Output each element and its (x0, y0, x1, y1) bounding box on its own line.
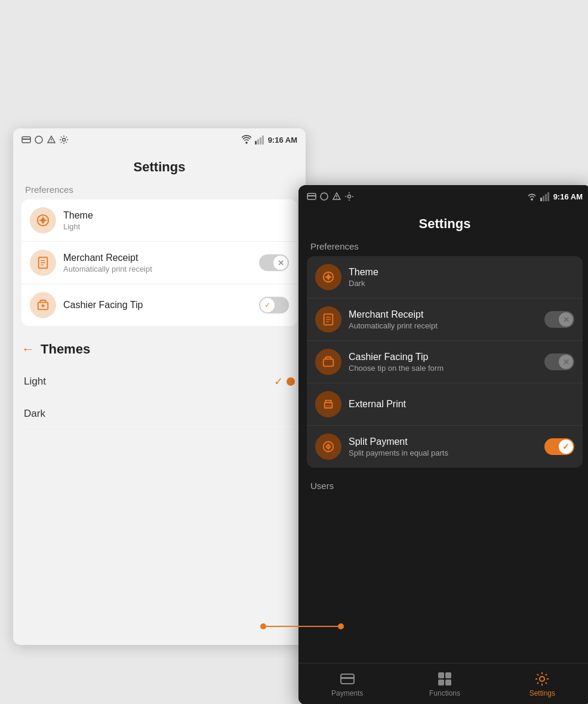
svg-rect-24 (540, 198, 542, 201)
svg-point-20 (321, 193, 328, 200)
merchant-receipt-title-light: Merchant Receipt (63, 253, 252, 263)
theme-subtitle-light: Light (63, 222, 289, 231)
connector-line (266, 626, 338, 627)
cashier-knob: ✓ (260, 298, 275, 312)
theme-option-light[interactable]: Light ✓ (21, 365, 297, 398)
theme-option-dark-label: Dark (24, 408, 45, 420)
split-icon-circle-dark (315, 434, 341, 460)
merchant-receipt-toggle-dark[interactable]: ✕ (544, 311, 574, 328)
merchant-receipt-subtitle-dark: Automatically print receipt (349, 321, 537, 330)
warning-icon-dark (332, 192, 341, 201)
toggle-knob: ✕ (273, 256, 288, 270)
svg-point-5 (63, 139, 66, 142)
svg-rect-43 (445, 680, 451, 685)
nav-payments[interactable]: Payments (298, 663, 396, 704)
card-icon-dark (307, 192, 316, 201)
svg-rect-39 (341, 677, 354, 679)
svg-rect-1 (22, 139, 30, 140)
cashier-tip-toggle-dark[interactable]: ✕ (544, 353, 574, 370)
settings-icon-dark (344, 192, 354, 201)
status-bar-light: 9:16 AM (13, 128, 306, 151)
themes-title: Themes (41, 342, 90, 357)
svg-rect-35 (325, 405, 331, 408)
toggle-x-icon-dark: ✕ (563, 315, 569, 324)
tip-icon-circle-light (30, 292, 56, 318)
theme-title-light: Theme (63, 210, 289, 221)
theme-icon-circle (30, 207, 56, 233)
cashier-tip-subtitle-dark: Choose tip on the sale form (349, 364, 537, 373)
nav-functions-label: Functions (429, 689, 460, 697)
cashier-tip-row-light[interactable]: Cashier Facing Tip ✓ (21, 284, 297, 326)
nav-settings[interactable]: Settings (494, 663, 588, 704)
circle-icon-dark (319, 192, 329, 201)
theme-option-dark[interactable]: Dark (21, 398, 297, 430)
svg-rect-41 (445, 672, 451, 678)
status-bar-dark: 9:16 AM (298, 185, 588, 208)
status-time-dark: 9:16 AM (553, 192, 583, 201)
split-payment-subtitle-dark: Split payments in equal parts (349, 448, 537, 457)
theme-icon-circle-dark (315, 264, 341, 290)
external-print-row-dark[interactable]: External Print (307, 383, 583, 425)
settings-icon (59, 135, 69, 145)
themes-section: ← Themes Light ✓ Dark (13, 336, 306, 436)
svg-point-44 (540, 677, 544, 681)
signal-icon (255, 135, 264, 145)
status-right: 9:16 AM (242, 135, 297, 145)
cashier-tip-text-dark: Cashier Facing Tip Choose tip on the sal… (349, 352, 537, 373)
cashier-tip-toggle-light[interactable]: ✓ (259, 297, 289, 313)
wifi-icon (242, 135, 251, 145)
nav-settings-icon (534, 671, 550, 687)
circle-icon (34, 135, 44, 145)
svg-rect-25 (543, 196, 544, 201)
split-payment-row-dark[interactable]: Split Payment Split payments in equal pa… (307, 425, 583, 468)
merchant-receipt-text-dark: Merchant Receipt Automatically print rec… (349, 309, 537, 330)
tip-icon-circle-dark (315, 349, 341, 375)
cashier-tip-text-light: Cashier Facing Tip (63, 300, 252, 311)
themes-header: ← Themes (21, 342, 297, 357)
preferences-label-light: Preferences (13, 181, 306, 199)
split-payment-title-dark: Split Payment (349, 436, 537, 447)
theme-text-light: Theme Light (63, 210, 289, 231)
merchant-receipt-row-light[interactable]: Merchant Receipt Automatically print rec… (21, 241, 297, 284)
toggle-knob-dark: ✕ (559, 312, 573, 327)
svg-rect-7 (257, 139, 259, 145)
payments-icon (340, 671, 355, 687)
external-print-text-dark: External Print (349, 399, 574, 410)
connector-dot-right (338, 623, 344, 629)
svg-rect-9 (262, 136, 264, 145)
merchant-receipt-toggle-light[interactable]: ✕ (259, 254, 289, 271)
split-payment-toggle-dark[interactable]: ✓ (544, 438, 574, 455)
theme-title-dark: Theme (349, 267, 574, 278)
svg-rect-27 (547, 192, 549, 201)
svg-rect-26 (545, 194, 547, 201)
svg-rect-42 (438, 680, 444, 685)
cashier-check-icon: ✓ (264, 301, 270, 309)
svg-rect-6 (255, 141, 257, 145)
card-icon (21, 135, 31, 145)
connector-container (260, 623, 344, 629)
external-print-title-dark: External Print (349, 399, 574, 410)
nav-payments-label: Payments (331, 689, 363, 697)
settings-card-light: Theme Light Merchant Receipt Automatical… (21, 199, 297, 326)
split-payment-check-icon: ✓ (562, 442, 569, 451)
nav-functions[interactable]: Functions (396, 663, 493, 704)
split-payment-text-dark: Split Payment Split payments in equal pa… (349, 436, 537, 457)
back-arrow-icon[interactable]: ← (21, 342, 35, 357)
check-mark-icon: ✓ (274, 375, 283, 388)
cashier-tip-row-dark[interactable]: Cashier Facing Tip Choose tip on the sal… (307, 340, 583, 383)
orange-dot (287, 377, 295, 386)
status-icons-left-dark (307, 192, 354, 201)
theme-row-dark[interactable]: Theme Dark (307, 256, 583, 298)
theme-row-light[interactable]: Theme Light (21, 199, 297, 241)
merchant-receipt-row-dark[interactable]: Merchant Receipt Automatically print rec… (307, 298, 583, 340)
users-label-dark: Users (298, 477, 588, 496)
svg-rect-19 (307, 195, 316, 196)
theme-text-dark: Theme Dark (349, 267, 574, 288)
screen-title-light: Settings (13, 151, 306, 181)
merchant-receipt-text-light: Merchant Receipt Automatically print rec… (63, 253, 252, 273)
status-right-dark: 9:16 AM (527, 192, 583, 201)
phone-light: 9:16 AM Settings Preferences Theme Light (13, 128, 306, 645)
svg-point-23 (348, 195, 351, 198)
theme-selected-indicator: ✓ (274, 375, 295, 388)
merchant-receipt-title-dark: Merchant Receipt (349, 309, 537, 320)
